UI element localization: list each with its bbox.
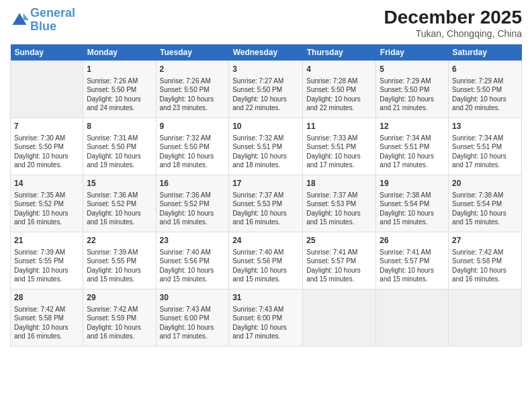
- weekday-header-row: SundayMondayTuesdayWednesdayThursdayFrid…: [11, 44, 522, 61]
- day-info: Sunrise: 7:37 AM Sunset: 5:53 PM Dayligh…: [232, 191, 299, 227]
- day-number: 21: [14, 235, 79, 246]
- calendar-cell: 20Sunrise: 7:38 AM Sunset: 5:54 PM Dayli…: [449, 175, 522, 232]
- day-number: 22: [87, 235, 152, 246]
- calendar-cell: 9Sunrise: 7:32 AM Sunset: 5:50 PM Daylig…: [156, 118, 229, 175]
- day-info: Sunrise: 7:41 AM Sunset: 5:57 PM Dayligh…: [380, 248, 445, 284]
- calendar-cell: 21Sunrise: 7:39 AM Sunset: 5:55 PM Dayli…: [11, 232, 83, 289]
- day-info: Sunrise: 7:34 AM Sunset: 5:51 PM Dayligh…: [380, 134, 445, 170]
- day-number: 13: [452, 121, 518, 132]
- calendar-cell: 17Sunrise: 7:37 AM Sunset: 5:53 PM Dayli…: [229, 175, 303, 232]
- page-container: General Blue December 2025 Tukan, Chongq…: [0, 0, 532, 353]
- weekday-header: Saturday: [449, 44, 522, 61]
- calendar-week-row: 14Sunrise: 7:35 AM Sunset: 5:52 PM Dayli…: [11, 175, 522, 232]
- calendar-cell: 7Sunrise: 7:30 AM Sunset: 5:50 PM Daylig…: [11, 118, 83, 175]
- day-info: Sunrise: 7:29 AM Sunset: 5:50 PM Dayligh…: [380, 77, 445, 113]
- logo-icon: [10, 11, 29, 30]
- calendar-cell: 23Sunrise: 7:40 AM Sunset: 5:56 PM Dayli…: [156, 232, 229, 289]
- day-info: Sunrise: 7:36 AM Sunset: 5:52 PM Dayligh…: [87, 191, 152, 227]
- day-number: 10: [232, 121, 299, 132]
- weekday-header: Monday: [83, 44, 156, 61]
- day-info: Sunrise: 7:39 AM Sunset: 5:55 PM Dayligh…: [87, 248, 152, 284]
- day-number: 8: [87, 121, 152, 132]
- day-number: 18: [306, 178, 372, 189]
- logo-line1: General: [30, 6, 75, 19]
- calendar-cell: 27Sunrise: 7:42 AM Sunset: 5:58 PM Dayli…: [449, 232, 522, 289]
- day-number: 15: [87, 178, 152, 189]
- calendar-cell: [11, 61, 83, 118]
- calendar-cell: [376, 289, 449, 347]
- day-info: Sunrise: 7:32 AM Sunset: 5:50 PM Dayligh…: [160, 134, 226, 170]
- calendar-week-row: 7Sunrise: 7:30 AM Sunset: 5:50 PM Daylig…: [11, 118, 522, 175]
- day-info: Sunrise: 7:38 AM Sunset: 5:54 PM Dayligh…: [452, 191, 518, 227]
- calendar-cell: 31Sunrise: 7:43 AM Sunset: 6:00 PM Dayli…: [229, 289, 303, 347]
- calendar-cell: 19Sunrise: 7:38 AM Sunset: 5:54 PM Dayli…: [376, 175, 449, 232]
- day-number: 14: [14, 178, 79, 189]
- day-number: 6: [452, 64, 518, 75]
- weekday-header: Thursday: [303, 44, 376, 61]
- weekday-header: Sunday: [11, 44, 83, 61]
- calendar-cell: 14Sunrise: 7:35 AM Sunset: 5:52 PM Dayli…: [11, 175, 83, 232]
- calendar-cell: 30Sunrise: 7:43 AM Sunset: 6:00 PM Dayli…: [156, 289, 229, 347]
- day-number: 27: [452, 235, 518, 246]
- calendar-cell: [449, 289, 522, 347]
- day-info: Sunrise: 7:42 AM Sunset: 5:58 PM Dayligh…: [452, 248, 518, 284]
- day-number: 17: [232, 178, 299, 189]
- day-number: 29: [87, 292, 152, 304]
- day-info: Sunrise: 7:42 AM Sunset: 5:59 PM Dayligh…: [87, 305, 152, 341]
- calendar-week-row: 21Sunrise: 7:39 AM Sunset: 5:55 PM Dayli…: [11, 232, 522, 289]
- calendar-cell: 8Sunrise: 7:31 AM Sunset: 5:50 PM Daylig…: [83, 118, 156, 175]
- calendar-cell: 24Sunrise: 7:40 AM Sunset: 5:56 PM Dayli…: [229, 232, 303, 289]
- svg-marker-1: [24, 13, 29, 20]
- day-number: 2: [160, 64, 226, 75]
- weekday-header: Wednesday: [229, 44, 303, 61]
- calendar-table: SundayMondayTuesdayWednesdayThursdayFrid…: [10, 44, 522, 347]
- calendar-cell: 5Sunrise: 7:29 AM Sunset: 5:50 PM Daylig…: [376, 61, 449, 118]
- day-info: Sunrise: 7:40 AM Sunset: 5:56 PM Dayligh…: [160, 248, 226, 284]
- day-info: Sunrise: 7:42 AM Sunset: 5:58 PM Dayligh…: [14, 305, 79, 341]
- day-number: 11: [306, 121, 372, 132]
- day-info: Sunrise: 7:32 AM Sunset: 5:51 PM Dayligh…: [232, 134, 299, 170]
- calendar-week-row: 1Sunrise: 7:26 AM Sunset: 5:50 PM Daylig…: [11, 61, 522, 118]
- logo: General Blue: [10, 7, 75, 34]
- day-number: 4: [306, 64, 372, 75]
- logo-line2: Blue: [30, 19, 56, 33]
- day-number: 23: [160, 235, 226, 246]
- calendar-cell: 18Sunrise: 7:37 AM Sunset: 5:53 PM Dayli…: [303, 175, 376, 232]
- calendar-cell: 6Sunrise: 7:29 AM Sunset: 5:50 PM Daylig…: [449, 61, 522, 118]
- day-number: 5: [380, 64, 445, 75]
- calendar-cell: 28Sunrise: 7:42 AM Sunset: 5:58 PM Dayli…: [11, 289, 83, 347]
- day-info: Sunrise: 7:37 AM Sunset: 5:53 PM Dayligh…: [306, 191, 372, 227]
- weekday-header: Friday: [376, 44, 449, 61]
- day-number: 24: [232, 235, 299, 246]
- calendar-cell: 11Sunrise: 7:33 AM Sunset: 5:51 PM Dayli…: [303, 118, 376, 175]
- calendar-cell: 13Sunrise: 7:34 AM Sunset: 5:51 PM Dayli…: [449, 118, 522, 175]
- day-number: 16: [160, 178, 226, 189]
- day-info: Sunrise: 7:40 AM Sunset: 5:56 PM Dayligh…: [232, 248, 299, 284]
- calendar-cell: 12Sunrise: 7:34 AM Sunset: 5:51 PM Dayli…: [376, 118, 449, 175]
- day-number: 19: [380, 178, 445, 189]
- day-info: Sunrise: 7:39 AM Sunset: 5:55 PM Dayligh…: [14, 248, 79, 284]
- calendar-cell: 3Sunrise: 7:27 AM Sunset: 5:50 PM Daylig…: [229, 61, 303, 118]
- day-number: 3: [232, 64, 299, 75]
- calendar-cell: 4Sunrise: 7:28 AM Sunset: 5:50 PM Daylig…: [303, 61, 376, 118]
- day-number: 28: [14, 292, 79, 304]
- location: Tukan, Chongqing, China: [384, 28, 522, 39]
- calendar-cell: 29Sunrise: 7:42 AM Sunset: 5:59 PM Dayli…: [83, 289, 156, 347]
- title-block: December 2025 Tukan, Chongqing, China: [384, 7, 522, 39]
- logo-text: General Blue: [30, 7, 75, 34]
- calendar-cell: 26Sunrise: 7:41 AM Sunset: 5:57 PM Dayli…: [376, 232, 449, 289]
- month-title: December 2025: [384, 7, 522, 28]
- day-number: 26: [380, 235, 445, 246]
- weekday-header: Tuesday: [156, 44, 229, 61]
- day-number: 31: [232, 292, 299, 304]
- day-info: Sunrise: 7:35 AM Sunset: 5:52 PM Dayligh…: [14, 191, 79, 227]
- day-number: 1: [87, 64, 152, 75]
- day-info: Sunrise: 7:38 AM Sunset: 5:54 PM Dayligh…: [380, 191, 445, 227]
- calendar-week-row: 28Sunrise: 7:42 AM Sunset: 5:58 PM Dayli…: [11, 289, 522, 347]
- day-info: Sunrise: 7:34 AM Sunset: 5:51 PM Dayligh…: [452, 134, 518, 170]
- day-info: Sunrise: 7:41 AM Sunset: 5:57 PM Dayligh…: [306, 248, 372, 284]
- day-info: Sunrise: 7:26 AM Sunset: 5:50 PM Dayligh…: [160, 77, 226, 113]
- day-number: 20: [452, 178, 518, 189]
- day-number: 9: [160, 121, 226, 132]
- day-info: Sunrise: 7:28 AM Sunset: 5:50 PM Dayligh…: [306, 77, 372, 113]
